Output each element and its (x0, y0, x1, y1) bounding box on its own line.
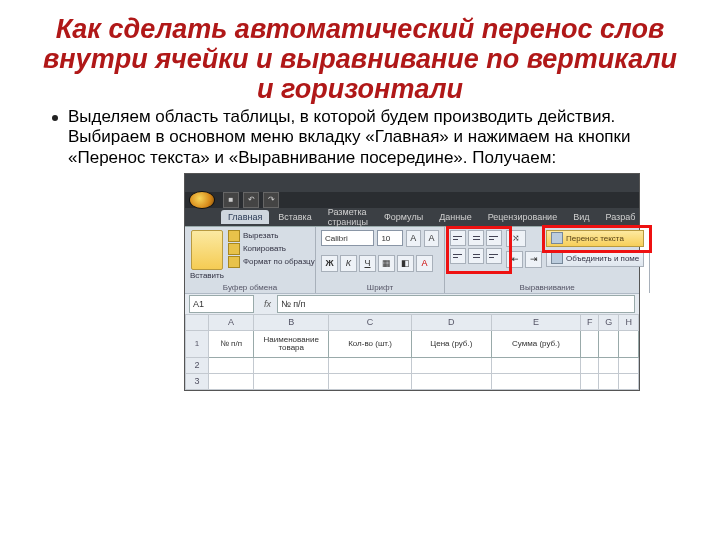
scissors-icon (228, 230, 240, 242)
cell[interactable] (619, 373, 639, 389)
group-clipboard-label: Буфер обмена (190, 281, 310, 292)
tab-formulas[interactable]: Формулы (377, 210, 430, 224)
col-B[interactable]: B (254, 314, 329, 330)
worksheet: A B C D E F G H 1 № п/п Наименование тов… (185, 314, 639, 390)
row-1-header[interactable]: 1 (186, 330, 209, 357)
tab-developer[interactable]: Разраб (598, 210, 642, 224)
align-middle-button[interactable] (468, 230, 484, 246)
excel-screenshot: ■ ↶ ↷ Главная Вставка Разметка страницы … (184, 173, 640, 391)
alignment-buttons (450, 230, 502, 264)
underline-button[interactable]: Ч (359, 255, 376, 272)
formula-bar: A1 fx № п/п (185, 293, 639, 314)
col-G[interactable]: G (599, 314, 619, 330)
border-button[interactable]: ▦ (378, 255, 395, 272)
office-orb-icon[interactable] (189, 191, 215, 209)
cell[interactable] (209, 373, 254, 389)
save-icon[interactable]: ■ (223, 192, 239, 208)
cell[interactable] (209, 357, 254, 373)
merge-center-button[interactable]: Объединить и поме (546, 250, 644, 267)
col-E[interactable]: E (491, 314, 581, 330)
shrink-font-icon[interactable]: A (424, 230, 439, 247)
tab-insert[interactable]: Вставка (271, 210, 318, 224)
bullet-dot (52, 115, 58, 121)
cell[interactable] (411, 357, 491, 373)
cell[interactable]: Сумма (руб.) (491, 330, 581, 357)
row-3-header[interactable]: 3 (186, 373, 209, 389)
group-font-label: Шрифт (321, 281, 439, 292)
copy-button[interactable]: Копировать (228, 243, 315, 255)
slide-body: Выделяем область таблицы, в которой буде… (52, 107, 684, 169)
cell[interactable] (599, 357, 619, 373)
decrease-indent-button[interactable]: ⇤ (506, 251, 523, 268)
brush-icon (228, 256, 240, 268)
merge-icon (551, 252, 563, 264)
cell[interactable] (581, 330, 599, 357)
align-center-button[interactable] (468, 248, 484, 264)
wrap-text-icon (551, 232, 563, 244)
tab-data[interactable]: Данные (432, 210, 479, 224)
formula-input[interactable]: № п/п (277, 295, 635, 313)
window-titlebar (185, 174, 639, 192)
cut-button[interactable]: Вырезать (228, 230, 315, 242)
group-font: Calibri 10 A A Ж К Ч ▦ ◧ A Шрифт (316, 227, 445, 293)
column-headers: A B C D E F G H (186, 314, 639, 330)
group-alignment-label: Выравнивание (450, 281, 644, 292)
grow-font-icon[interactable]: A (406, 230, 421, 247)
cell[interactable] (254, 357, 329, 373)
cell[interactable] (619, 330, 639, 357)
paste-label: Вставить (190, 271, 224, 280)
tab-view[interactable]: Вид (566, 210, 596, 224)
fill-color-button[interactable]: ◧ (397, 255, 414, 272)
cell[interactable] (491, 357, 581, 373)
name-box[interactable]: A1 (189, 295, 254, 313)
cell[interactable] (599, 330, 619, 357)
ribbon: Вставить Вырезать Копировать Формат по о… (185, 226, 639, 293)
redo-icon[interactable]: ↷ (263, 192, 279, 208)
font-name-combo[interactable]: Calibri (321, 230, 374, 246)
align-bottom-button[interactable] (486, 230, 502, 246)
copy-icon (228, 243, 240, 255)
row-2-header[interactable]: 2 (186, 357, 209, 373)
cell[interactable] (619, 357, 639, 373)
col-F[interactable]: F (581, 314, 599, 330)
wrap-text-button[interactable]: Перенос текста (546, 230, 644, 247)
tab-page-layout[interactable]: Разметка страницы (321, 205, 375, 229)
cell[interactable] (599, 373, 619, 389)
cell[interactable] (254, 373, 329, 389)
undo-icon[interactable]: ↶ (243, 192, 259, 208)
cell[interactable] (329, 357, 412, 373)
tab-home[interactable]: Главная (221, 210, 269, 224)
cell[interactable]: Наименование товара (254, 330, 329, 357)
slide-title: Как сделать автоматический перенос слов … (36, 14, 684, 105)
paste-button[interactable] (191, 230, 223, 270)
increase-indent-button[interactable]: ⇥ (525, 251, 542, 268)
align-right-button[interactable] (486, 248, 502, 264)
select-all-corner[interactable] (186, 314, 209, 330)
bold-button[interactable]: Ж (321, 255, 338, 272)
align-top-button[interactable] (450, 230, 466, 246)
cell[interactable] (491, 373, 581, 389)
cell[interactable] (581, 373, 599, 389)
tab-review[interactable]: Рецензирование (481, 210, 565, 224)
font-size-combo[interactable]: 10 (377, 230, 402, 246)
cell[interactable]: № п/п (209, 330, 254, 357)
table-row: 3 (186, 373, 639, 389)
font-color-button[interactable]: A (416, 255, 433, 272)
align-left-button[interactable] (450, 248, 466, 264)
quick-access-toolbar: ■ ↶ ↷ (185, 192, 639, 208)
col-D[interactable]: D (411, 314, 491, 330)
cell[interactable] (329, 373, 412, 389)
cell[interactable] (411, 373, 491, 389)
cell[interactable] (581, 357, 599, 373)
col-H[interactable]: H (619, 314, 639, 330)
table-row: 2 (186, 357, 639, 373)
format-painter-button[interactable]: Формат по образцу (228, 256, 315, 268)
cell[interactable]: Кол-во (шт.) (329, 330, 412, 357)
table-row: 1 № п/п Наименование товара Кол-во (шт.)… (186, 330, 639, 357)
italic-button[interactable]: К (340, 255, 357, 272)
fx-icon[interactable]: fx (264, 299, 271, 309)
cell[interactable]: Цена (руб.) (411, 330, 491, 357)
col-A[interactable]: A (209, 314, 254, 330)
orientation-button[interactable]: ⤭ (506, 230, 526, 247)
col-C[interactable]: C (329, 314, 412, 330)
